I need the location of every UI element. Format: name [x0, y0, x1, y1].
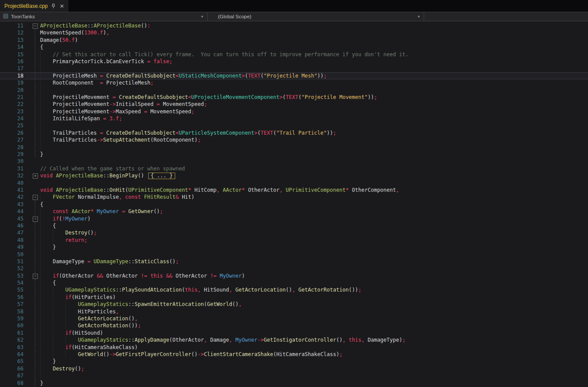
code-line[interactable]: 31// Called when the game starts or when… — [0, 165, 588, 172]
code-line[interactable]: 29} — [0, 151, 588, 158]
code-line[interactable]: 66 Destroy(); — [0, 365, 588, 372]
code-line[interactable]: 17 — [0, 65, 588, 72]
code-line[interactable]: 44 const AActor* MyOwner = GetOwner(); — [0, 208, 588, 215]
code-line[interactable]: 53− if(OtherActor && OtherActor != this … — [0, 272, 588, 279]
code-line[interactable]: 56 if(HitParticles) — [0, 294, 588, 301]
code-line[interactable]: 24 InitialLifeSpan = 3.f; — [0, 115, 588, 122]
code-text[interactable]: // Called when the game starts or when s… — [40, 165, 588, 172]
code-line[interactable]: 55 UGameplayStatics::PlaySoundAtLocation… — [0, 286, 588, 293]
code-editor[interactable]: 11−AProjectileBase::AProjectileBase():12… — [0, 21, 588, 387]
code-line[interactable]: 42− FVector NormalImpulse, const FHitRes… — [0, 194, 588, 200]
code-text[interactable]: PrimaryActorTick.bCanEverTick = false; — [40, 58, 588, 65]
code-text[interactable]: RootComponent = ProjectileMesh; — [40, 79, 588, 86]
code-text[interactable]: HitParticles, — [40, 308, 588, 315]
code-line[interactable]: 40 — [0, 180, 588, 187]
code-text[interactable] — [40, 180, 588, 187]
code-text[interactable]: if(OtherActor && OtherActor != this && O… — [40, 272, 588, 279]
code-text[interactable]: TrailParticles = CreateDefaultSubobject<… — [40, 129, 588, 136]
code-line[interactable]: 30 — [0, 158, 588, 165]
code-text[interactable]: TrailParticles->SetupAttachment(RootComp… — [40, 136, 588, 143]
code-text[interactable]: // Set this actor to call Tick() every f… — [40, 51, 588, 58]
code-line[interactable]: 41void AProjectileBase::OnHit(UPrimitive… — [0, 187, 588, 194]
pin-icon[interactable] — [51, 3, 56, 9]
code-line[interactable]: 60 GetActorRotation()); — [0, 322, 588, 329]
code-text[interactable]: Destroy(); — [40, 229, 588, 236]
code-line[interactable]: 57 UGameplayStatics::SpawnEmitterAtLocat… — [0, 301, 588, 308]
code-line[interactable]: 26 TrailParticles = CreateDefaultSubobje… — [0, 129, 588, 136]
code-line[interactable]: 48 return; — [0, 237, 588, 244]
code-text[interactable]: InitialLifeSpan = 3.f; — [40, 115, 588, 122]
code-line[interactable]: 13Damage(50.f) — [0, 37, 588, 44]
code-line[interactable]: 59 GetActorLocation(), — [0, 315, 588, 322]
tab-projectilebase[interactable]: ProjectileBase.cpp × — [0, 0, 68, 12]
code-text[interactable]: if(!MyOwner) — [40, 215, 588, 222]
code-line[interactable]: 61 if(HitSound) — [0, 329, 588, 336]
code-line[interactable]: 15 // Set this actor to call Tick() ever… — [0, 51, 588, 58]
fold-collapse-icon[interactable]: − — [33, 195, 38, 200]
code-line[interactable]: 32+void AProjectileBase::BeginPlay() { .… — [0, 172, 588, 179]
code-line[interactable]: 11−AProjectileBase::AProjectileBase(): — [0, 22, 588, 29]
project-dropdown[interactable]: ToonTanks ▾ — [0, 12, 207, 21]
code-line[interactable]: 45− if(!MyOwner) — [0, 215, 588, 222]
code-text[interactable]: DamageType = UDamageType::StaticClass(); — [40, 258, 588, 265]
code-line[interactable]: 25 — [0, 122, 588, 129]
code-text[interactable]: ProjectileMovement->MaxSpeed = MovementS… — [40, 108, 588, 115]
code-line[interactable]: 21 ProjectileMovement = CreateDefaultSub… — [0, 94, 588, 101]
code-text[interactable]: void AProjectileBase::OnHit(UPrimitiveCo… — [40, 187, 588, 194]
code-text[interactable]: GetWorld()->GetFirstPlayerController()->… — [40, 351, 588, 358]
code-text[interactable]: { — [40, 222, 588, 229]
code-line[interactable]: 20 — [0, 87, 588, 94]
code-line[interactable]: 58 HitParticles, — [0, 308, 588, 315]
member-dropdown[interactable] — [424, 12, 588, 21]
code-text[interactable]: ProjectileMovement->InitialSpeed = Movem… — [40, 101, 588, 108]
fold-expand-icon[interactable]: + — [33, 173, 38, 179]
code-line[interactable]: 47 Destroy(); — [0, 229, 588, 236]
fold-collapse-icon[interactable]: − — [33, 24, 38, 29]
code-text[interactable]: ProjectileMovement = CreateDefaultSubobj… — [40, 94, 588, 101]
code-line[interactable]: 46 { — [0, 222, 588, 229]
code-text[interactable] — [40, 122, 588, 129]
code-line[interactable]: 54 { — [0, 279, 588, 286]
code-line[interactable]: 16 PrimaryActorTick.bCanEverTick = false… — [0, 58, 588, 65]
code-line[interactable]: 27 TrailParticles->SetupAttachment(RootC… — [0, 136, 588, 143]
code-text[interactable]: UGameplayStatics::PlaySoundAtLocation(th… — [40, 286, 588, 293]
fold-collapse-icon[interactable]: − — [33, 217, 38, 222]
code-text[interactable] — [40, 65, 588, 72]
code-line[interactable]: 67 — [0, 372, 588, 379]
code-line[interactable]: 52 — [0, 265, 588, 272]
code-text[interactable]: } — [40, 380, 588, 387]
code-text[interactable]: { — [40, 279, 588, 286]
code-text[interactable]: } — [40, 358, 588, 365]
code-text[interactable] — [40, 87, 588, 94]
code-text[interactable] — [40, 144, 588, 151]
code-text[interactable]: if(HitParticles) — [40, 294, 588, 301]
code-line[interactable]: 68} — [0, 380, 588, 387]
code-text[interactable] — [40, 251, 588, 258]
code-line[interactable]: 63 if(HitCameraShakeClass) — [0, 344, 588, 351]
code-text[interactable]: { — [40, 201, 588, 208]
code-text[interactable]: } — [40, 244, 588, 251]
close-icon[interactable]: × — [59, 3, 64, 9]
code-text[interactable]: } — [40, 151, 588, 158]
fold-collapse-icon[interactable]: − — [33, 274, 38, 279]
code-text[interactable]: FVector NormalImpulse, const FHitResult&… — [40, 194, 588, 200]
code-line[interactable]: 12MovementSpeed(1300.f), — [0, 29, 588, 36]
code-text[interactable]: ProjectileMesh = CreateDefaultSubobject<… — [40, 72, 588, 79]
code-line[interactable]: 65 } — [0, 358, 588, 365]
code-line[interactable]: 64 GetWorld()->GetFirstPlayerController(… — [0, 351, 588, 358]
code-text[interactable]: AProjectileBase::AProjectileBase(): — [40, 22, 588, 29]
code-line[interactable]: 14{ — [0, 44, 588, 51]
code-line[interactable]: 19 RootComponent = ProjectileMesh; — [0, 79, 588, 86]
code-text[interactable]: Destroy(); — [40, 365, 588, 372]
code-line[interactable]: 22 ProjectileMovement->InitialSpeed = Mo… — [0, 101, 588, 108]
collapsed-region-box[interactable]: { ... } — [148, 173, 176, 179]
code-text[interactable]: if(HitCameraShakeClass) — [40, 344, 588, 351]
code-text[interactable]: GetActorLocation(), — [40, 315, 588, 322]
code-text[interactable] — [40, 372, 588, 379]
code-text[interactable]: const AActor* MyOwner = GetOwner(); — [40, 208, 588, 215]
code-text[interactable]: Damage(50.f) — [40, 37, 588, 44]
code-line[interactable]: 62 UGameplayStatics::ApplyDamage(OtherAc… — [0, 336, 588, 343]
code-text[interactable]: void AProjectileBase::BeginPlay() { ... … — [40, 172, 588, 179]
code-line[interactable]: 28 — [0, 144, 588, 151]
code-text[interactable] — [40, 158, 588, 165]
